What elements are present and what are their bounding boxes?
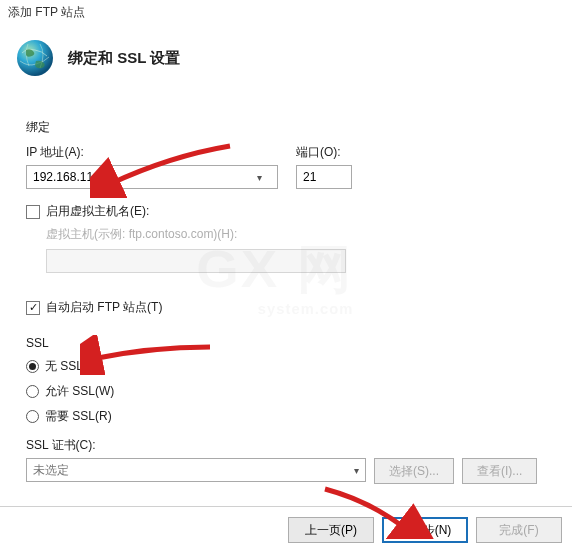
finish-button: 完成(F) xyxy=(476,517,562,543)
ip-address-input[interactable] xyxy=(27,166,251,188)
header-title: 绑定和 SSL 设置 xyxy=(68,49,180,68)
autostart-label: 自动启动 FTP 站点(T) xyxy=(46,299,162,316)
vhost-input xyxy=(46,249,346,273)
ssl-cert-label: SSL 证书(C): xyxy=(26,437,546,454)
ip-address-label: IP 地址(A): xyxy=(26,144,278,161)
ssl-cert-input[interactable] xyxy=(27,459,348,481)
ssl-require-label: 需要 SSL(R) xyxy=(45,408,112,425)
content-area: 绑定 IP 地址(A): ▾ 端口(O): 启用虚拟主机名(E): 虚拟主机(示… xyxy=(0,89,572,484)
view-cert-button: 查看(I)... xyxy=(462,458,537,484)
ssl-allow-radio[interactable] xyxy=(26,385,39,398)
dialog-header: 绑定和 SSL 设置 xyxy=(0,23,572,89)
ssl-section-title: SSL xyxy=(26,336,546,350)
binding-section-title: 绑定 xyxy=(26,119,546,136)
ssl-require-radio[interactable] xyxy=(26,410,39,423)
globe-icon xyxy=(14,37,56,79)
vhost-label: 虚拟主机(示例: ftp.contoso.com)(H): xyxy=(46,226,546,243)
ssl-allow-label: 允许 SSL(W) xyxy=(45,383,114,400)
enable-vhost-label: 启用虚拟主机名(E): xyxy=(46,203,149,220)
chevron-down-icon[interactable]: ▾ xyxy=(251,172,268,183)
window-title: 添加 FTP 站点 xyxy=(0,0,572,23)
autostart-checkbox[interactable]: ✓ xyxy=(26,301,40,315)
select-cert-button: 选择(S)... xyxy=(374,458,454,484)
chevron-down-icon[interactable]: ▾ xyxy=(348,465,365,476)
ssl-none-label: 无 SSL(L) xyxy=(45,358,98,375)
previous-button[interactable]: 上一页(P) xyxy=(288,517,374,543)
enable-vhost-checkbox[interactable] xyxy=(26,205,40,219)
wizard-footer: 上一页(P) 下一步(N) 完成(F) xyxy=(288,517,562,543)
ssl-cert-combo[interactable]: ▾ xyxy=(26,458,366,482)
port-label: 端口(O): xyxy=(296,144,352,161)
port-input[interactable] xyxy=(296,165,352,189)
next-button[interactable]: 下一步(N) xyxy=(382,517,468,543)
ssl-none-radio[interactable] xyxy=(26,360,39,373)
ip-address-combo[interactable]: ▾ xyxy=(26,165,278,189)
footer-separator xyxy=(0,506,572,507)
